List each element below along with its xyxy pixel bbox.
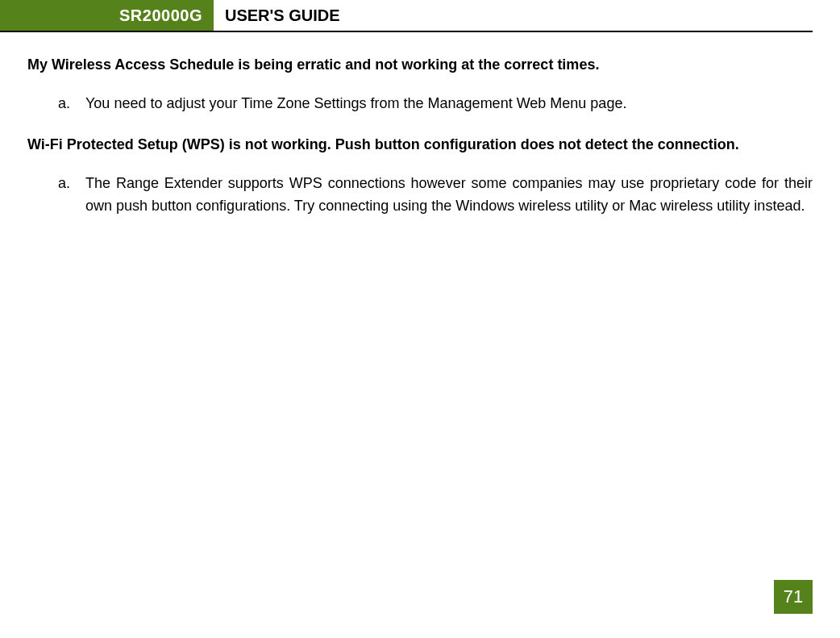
section-heading: My Wireless Access Schedule is being err… xyxy=(27,55,813,75)
list-item: a. The Range Extender supports WPS conne… xyxy=(58,173,813,218)
header-title: USER'S GUIDE xyxy=(214,0,340,31)
header-bar: SR20000G USER'S GUIDE xyxy=(0,0,813,32)
list-text: You need to adjust your Time Zone Settin… xyxy=(85,93,813,115)
list-marker: a. xyxy=(58,93,85,115)
page-number: 71 xyxy=(774,580,813,614)
list-item: a. You need to adjust your Time Zone Set… xyxy=(58,93,813,115)
page-content: My Wireless Access Schedule is being err… xyxy=(0,32,840,218)
list-text: The Range Extender supports WPS connecti… xyxy=(85,173,813,218)
list-marker: a. xyxy=(58,173,85,218)
header-model-badge: SR20000G xyxy=(0,0,214,31)
section-heading: Wi-Fi Protected Setup (WPS) is not worki… xyxy=(27,135,813,155)
